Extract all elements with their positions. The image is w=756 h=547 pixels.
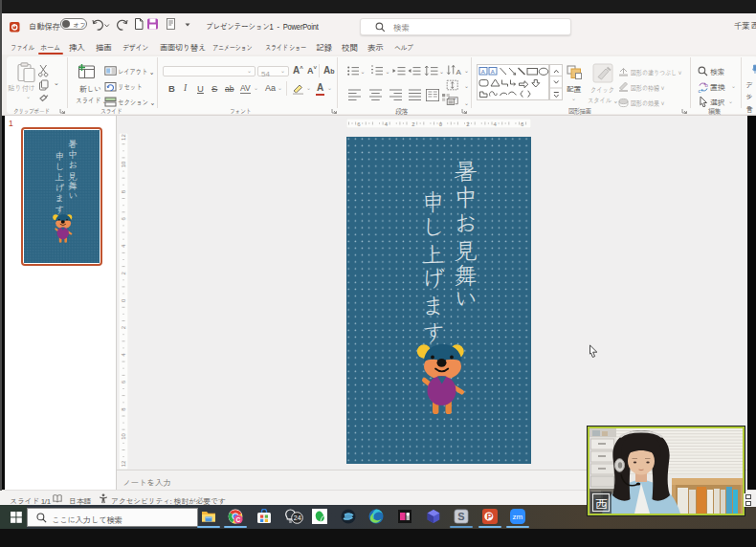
svg-text:S: S xyxy=(457,511,464,522)
svg-text:c: c xyxy=(699,88,701,94)
svg-text:C: C xyxy=(236,516,241,523)
svg-text:b: b xyxy=(705,82,709,88)
svg-text:12: 12 xyxy=(121,134,126,141)
svg-text:10: 10 xyxy=(121,161,126,167)
svg-text:⌄: ⌄ xyxy=(464,100,469,106)
svg-text:⌄: ⌄ xyxy=(464,68,469,74)
svg-text:zm: zm xyxy=(513,513,523,521)
svg-text:A: A xyxy=(481,69,485,75)
svg-text:12: 12 xyxy=(121,460,126,467)
svg-text:⌄: ⌄ xyxy=(386,69,390,75)
svg-text:西: 西 xyxy=(595,494,608,513)
svg-text:10: 10 xyxy=(121,433,126,440)
svg-text:⌄: ⌄ xyxy=(361,69,366,75)
svg-text:A: A xyxy=(456,68,462,77)
svg-text:A: A xyxy=(491,69,495,75)
svg-text:P: P xyxy=(487,512,493,521)
svg-text:24: 24 xyxy=(294,514,301,521)
svg-text:⌄: ⌄ xyxy=(439,69,444,75)
svg-text:⌄: ⌄ xyxy=(464,83,469,89)
